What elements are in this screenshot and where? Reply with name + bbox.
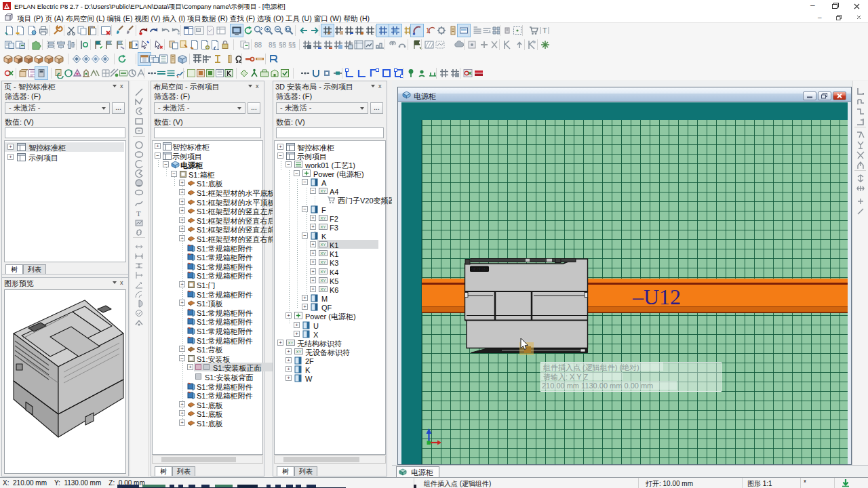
svg-text:§8: §8 [279,41,287,49]
svg-text:A: A [328,30,331,35]
svg-text:8§: 8§ [269,41,276,49]
svg-text:T: T [136,209,141,218]
svg-text:88: 88 [254,41,262,49]
svg-text:L: L [371,30,374,35]
svg-text:§§: §§ [288,41,296,49]
svg-text:T: T [542,26,547,35]
svg-text:SIEMENS: SIEMENS [472,267,488,271]
